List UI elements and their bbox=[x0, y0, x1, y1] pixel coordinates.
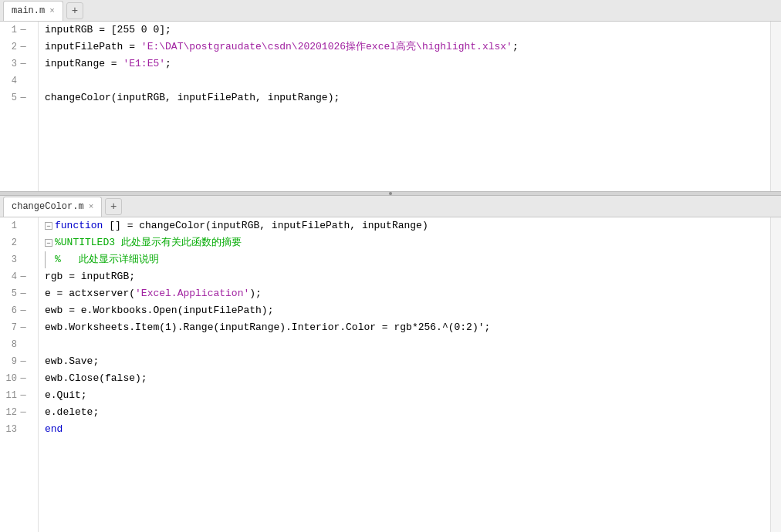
bottom-code-line-10: ewb.Close(false); bbox=[45, 370, 770, 387]
bottom-line-numbers: 1234—5—6—7—89—10—11—12—13 bbox=[0, 217, 39, 532]
line-number: 7 bbox=[0, 322, 17, 333]
top-tab-add[interactable]: + bbox=[66, 2, 83, 19]
bottom-code-line-1: −function [] = changeColor(inputRGB, inp… bbox=[45, 217, 770, 234]
bottom-code-line-13: end bbox=[45, 421, 770, 438]
bottom-section: changeColor.m × + 1234—5—6—7—89—10—11—12… bbox=[0, 196, 781, 532]
line-dash: — bbox=[17, 322, 29, 333]
bottom-line-num-row-12: 12— bbox=[0, 404, 38, 421]
top-tab-close[interactable]: × bbox=[49, 6, 55, 15]
line-number: 2 bbox=[0, 237, 17, 248]
code-segment: ewb.Worksheets.Item(1).Range(inputRange)… bbox=[45, 319, 490, 336]
line-dash: — bbox=[17, 271, 29, 282]
bottom-line-num-row-4: 4— bbox=[0, 268, 38, 285]
code-segment: changeColor(inputRGB, inputFilePath, inp… bbox=[45, 89, 340, 106]
code-segment: %UNTITLED3 此处显示有关此函数的摘要 bbox=[55, 234, 242, 251]
bottom-line-num-row-7: 7— bbox=[0, 319, 38, 336]
top-line-num-row-3: 3— bbox=[0, 56, 38, 72]
line-dash: — bbox=[17, 305, 29, 316]
line-number: 12 bbox=[0, 407, 17, 418]
code-segment: e.Quit; bbox=[45, 387, 87, 404]
bottom-tab[interactable]: changeColor.m × bbox=[3, 197, 102, 217]
line-number: 5 bbox=[0, 288, 17, 299]
top-section: main.m × + 1—2—3—45— inputRGB = [255 0 0… bbox=[0, 0, 781, 191]
top-tab-filename: main.m bbox=[12, 5, 45, 16]
code-segment: function bbox=[55, 217, 103, 234]
code-segment: % 此处显示详细说明 bbox=[55, 251, 159, 268]
line-number: 10 bbox=[0, 373, 17, 384]
bottom-line-num-row-1: 1 bbox=[0, 217, 38, 234]
bottom-line-num-row-11: 11— bbox=[0, 387, 38, 404]
top-line-num-row-5: 5— bbox=[0, 89, 38, 106]
top-code-line-4 bbox=[45, 72, 770, 89]
bottom-scrollbar[interactable] bbox=[770, 217, 781, 532]
line-dash: — bbox=[17, 356, 29, 367]
line-number: 1 bbox=[0, 221, 17, 231]
bottom-tab-add[interactable]: + bbox=[105, 198, 122, 215]
line-dash: — bbox=[17, 42, 29, 52]
top-code-line-5: changeColor(inputRGB, inputFilePath, inp… bbox=[45, 89, 770, 106]
line-number: 4 bbox=[0, 76, 17, 86]
line-number: 2 bbox=[0, 42, 17, 52]
code-segment: 'E1:E5' bbox=[123, 56, 165, 72]
code-segment: ; bbox=[165, 56, 171, 72]
code-segment: ewb.Save; bbox=[45, 353, 99, 370]
code-segment: e = actxserver( bbox=[45, 285, 135, 302]
line-number: 3 bbox=[0, 59, 17, 69]
line-number: 3 bbox=[0, 254, 17, 265]
line-dash: — bbox=[17, 390, 29, 401]
code-segment: e.delete; bbox=[45, 404, 99, 421]
code-segment: inputRange = bbox=[45, 56, 123, 72]
bottom-code-line-9: ewb.Save; bbox=[45, 353, 770, 370]
top-line-numbers: 1—2—3—45— bbox=[0, 22, 39, 191]
bottom-code-line-3: % 此处显示详细说明 bbox=[45, 251, 770, 268]
bottom-code-line-8 bbox=[45, 336, 770, 353]
code-segment: ; bbox=[512, 39, 519, 56]
bottom-line-num-row-9: 9— bbox=[0, 353, 38, 370]
code-segment: inputRGB = [255 0 0]; bbox=[45, 22, 171, 39]
divider-dot bbox=[389, 192, 392, 195]
code-segment: rgb = inputRGB; bbox=[45, 268, 135, 285]
bottom-line-num-row-6: 6— bbox=[0, 302, 38, 319]
bottom-line-num-row-3: 3 bbox=[0, 251, 38, 268]
line-dash: — bbox=[17, 93, 29, 103]
bottom-tab-close[interactable]: × bbox=[89, 202, 94, 211]
fold-button[interactable]: − bbox=[45, 222, 52, 230]
bottom-code-line-6: ewb = e.Workbooks.Open(inputFilePath); bbox=[45, 302, 770, 319]
bottom-code-line-4: rgb = inputRGB; bbox=[45, 268, 770, 285]
fold-button[interactable]: − bbox=[45, 239, 52, 247]
code-segment: 'Excel.Application' bbox=[135, 285, 249, 302]
line-number: 1 bbox=[0, 25, 17, 35]
bottom-line-num-row-2: 2 bbox=[0, 234, 38, 251]
bottom-code-line-2: −%UNTITLED3 此处显示有关此函数的摘要 bbox=[45, 234, 770, 251]
top-code-line-3: inputRange = 'E1:E5'; bbox=[45, 56, 770, 72]
bottom-line-num-row-10: 10— bbox=[0, 370, 38, 387]
top-tab-bar: main.m × + bbox=[0, 0, 781, 22]
line-number: 9 bbox=[0, 356, 17, 367]
top-code-pane: 1—2—3—45— inputRGB = [255 0 0];inputFile… bbox=[0, 22, 781, 191]
bottom-line-num-row-13: 13 bbox=[0, 421, 38, 438]
code-segment: ewb = e.Workbooks.Open(inputFilePath); bbox=[45, 302, 273, 319]
bottom-code-line-11: e.Quit; bbox=[45, 387, 770, 404]
top-code-content[interactable]: inputRGB = [255 0 0];inputFilePath = 'E:… bbox=[39, 22, 770, 191]
bottom-code-line-5: e = actxserver('Excel.Application'); bbox=[45, 285, 770, 302]
top-line-num-row-1: 1— bbox=[0, 22, 38, 39]
line-dash: — bbox=[17, 25, 29, 35]
top-scrollbar[interactable] bbox=[770, 22, 781, 191]
line-number: 4 bbox=[0, 271, 17, 282]
code-segment: ); bbox=[249, 285, 262, 302]
bottom-code-content[interactable]: −function [] = changeColor(inputRGB, inp… bbox=[39, 217, 770, 532]
line-number: 6 bbox=[0, 305, 17, 316]
top-code-line-1: inputRGB = [255 0 0]; bbox=[45, 22, 770, 39]
bottom-tab-filename: changeColor.m bbox=[12, 201, 84, 212]
top-line-num-row-4: 4 bbox=[0, 72, 38, 89]
bottom-code-pane: 1234—5—6—7—89—10—11—12—13 −function [] =… bbox=[0, 217, 781, 532]
code-segment: end bbox=[45, 421, 63, 438]
bottom-code-line-12: e.delete; bbox=[45, 404, 770, 421]
line-number: 13 bbox=[0, 424, 17, 435]
bottom-line-num-row-8: 8 bbox=[0, 336, 38, 353]
code-segment: 'E:\DAT\postgraudate\csdn\20201026操作exce… bbox=[141, 39, 512, 56]
line-dash: — bbox=[17, 407, 29, 418]
fold-line bbox=[45, 251, 52, 268]
top-tab[interactable]: main.m × bbox=[3, 1, 63, 21]
line-number: 5 bbox=[0, 93, 17, 103]
